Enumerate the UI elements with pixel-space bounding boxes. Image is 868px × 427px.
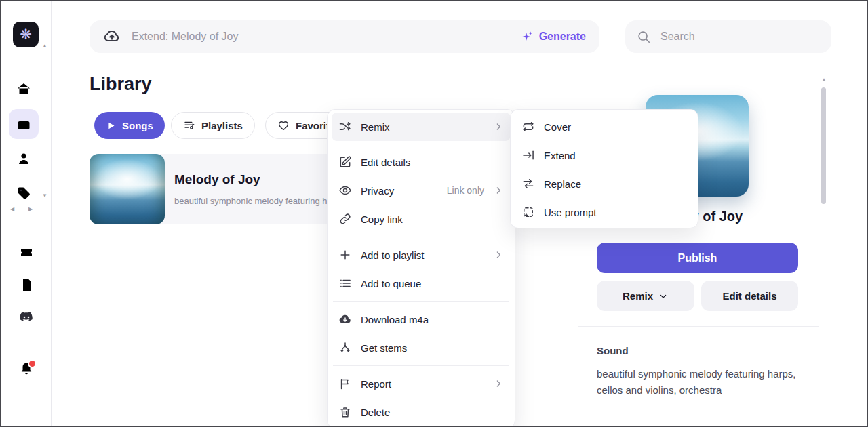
link-icon: [338, 212, 352, 226]
app-window: ❋ ▲ ▼ ◀ ▶: [0, 0, 868, 427]
document-icon[interactable]: [18, 277, 35, 293]
menu-label: Remix: [361, 121, 484, 133]
remix-dropdown-button[interactable]: Remix: [597, 281, 694, 311]
page-title: Library: [90, 74, 152, 95]
song-context-menu: Remix Edit details Privacy Link only: [327, 109, 515, 427]
panel-divider: [578, 326, 819, 327]
heart-icon: [277, 119, 290, 131]
menu-label: Edit details: [361, 157, 504, 168]
edit-details-button[interactable]: Edit details: [701, 281, 798, 311]
panel-scrollbar-thumb[interactable]: [821, 87, 826, 204]
use-prompt-icon: [521, 205, 535, 219]
menu-label: Get stems: [361, 342, 504, 354]
notification-badge: [28, 359, 37, 368]
menu-hamburger-icon[interactable]: [18, 391, 35, 407]
chevron-right-icon: [493, 378, 504, 389]
trash-icon: [338, 405, 352, 419]
menu-label: Add to playlist: [361, 249, 484, 261]
ticket-icon[interactable]: [18, 245, 35, 261]
plus-icon: [338, 248, 352, 262]
menu-item-add-to-playlist[interactable]: Add to playlist: [332, 241, 511, 269]
profile-icon[interactable]: [16, 150, 32, 167]
discord-icon[interactable]: [18, 308, 35, 325]
menu-label: Delete: [361, 407, 504, 418]
submenu-label: Cover: [544, 121, 687, 133]
stems-split-icon: [338, 341, 352, 354]
menu-label: Report: [361, 378, 484, 390]
filter-playlists-label: Playlists: [201, 120, 243, 131]
filter-songs-label: Songs: [122, 120, 153, 131]
library-icon[interactable]: [16, 116, 32, 132]
submenu-item-cover[interactable]: Cover: [515, 113, 694, 141]
edit-details-label: Edit details: [722, 290, 776, 302]
menu-item-get-stems[interactable]: Get stems: [332, 333, 511, 362]
cloud-upload-icon: [103, 28, 121, 45]
menu-item-privacy[interactable]: Privacy Link only: [332, 176, 511, 205]
menu-label: Privacy: [361, 185, 438, 197]
search-input[interactable]: [659, 30, 821, 43]
menu-divider: [333, 237, 509, 237]
menu-label: Copy link: [361, 214, 504, 225]
menu-label: Add to queue: [361, 278, 504, 289]
menu-item-remix[interactable]: Remix: [332, 113, 511, 141]
cover-loop-icon: [521, 120, 535, 134]
submenu-item-use-prompt[interactable]: Use prompt: [515, 198, 694, 226]
remix-shuffle-icon: [338, 120, 352, 134]
submenu-label: Use prompt: [544, 207, 687, 218]
menu-divider: [333, 365, 509, 366]
generate-label: Generate: [539, 30, 586, 43]
menu-item-edit-details[interactable]: Edit details: [332, 148, 511, 176]
app-logo-icon[interactable]: ❋: [13, 22, 39, 47]
sidebar: ❋ ▲ ▼ ◀ ▶: [1, 1, 52, 426]
publish-label: Publish: [678, 252, 717, 264]
menu-item-report[interactable]: Report: [332, 369, 511, 398]
scroll-left-icon[interactable]: ◀: [10, 207, 14, 212]
menu-label: Download m4a: [361, 314, 504, 325]
song-cover-art: [90, 154, 165, 224]
chevron-right-icon: [493, 185, 504, 196]
menu-item-copy-link[interactable]: Copy link: [332, 205, 511, 233]
submenu-item-extend[interactable]: Extend: [515, 141, 694, 169]
play-icon: [106, 121, 116, 131]
extend-input[interactable]: [130, 30, 511, 43]
scroll-right-icon[interactable]: ▶: [28, 207, 33, 212]
submenu-item-replace[interactable]: Replace: [515, 169, 694, 198]
extend-arrow-icon: [521, 148, 535, 162]
search-icon: [636, 29, 651, 44]
tag-icon[interactable]: [16, 185, 32, 201]
queue-list-icon: [338, 277, 352, 290]
remix-submenu: Cover Extend Replace Use prompt: [510, 109, 698, 228]
extend-prompt-bar: Generate: [90, 20, 599, 53]
scroll-up-icon[interactable]: ▲: [42, 43, 47, 49]
edit-pencil-icon: [338, 155, 352, 169]
menu-divider: [333, 301, 509, 302]
submenu-label: Replace: [544, 178, 687, 190]
submenu-label: Extend: [544, 150, 687, 161]
filter-songs[interactable]: Songs: [94, 112, 165, 139]
download-cloud-icon: [338, 312, 352, 326]
chevron-right-icon: [493, 121, 504, 132]
menu-item-download-m4a[interactable]: Download m4a: [332, 305, 511, 333]
generate-button[interactable]: Generate: [520, 30, 586, 43]
menu-item-add-to-queue[interactable]: Add to queue: [332, 269, 511, 298]
song-title: Melody of Joy: [174, 172, 260, 187]
replace-swap-icon: [521, 177, 535, 190]
filter-playlists[interactable]: Playlists: [171, 112, 255, 139]
playlist-icon: [183, 119, 195, 131]
privacy-value: Link only: [447, 185, 484, 196]
menu-item-delete[interactable]: Delete: [332, 398, 511, 426]
flag-icon: [338, 377, 352, 390]
eye-icon: [338, 184, 352, 197]
sparkle-icon: [520, 30, 534, 43]
home-icon[interactable]: [16, 81, 32, 97]
scroll-down-icon[interactable]: ▼: [42, 193, 47, 199]
panel-scroll-up-icon[interactable]: ▲: [821, 77, 827, 83]
publish-button[interactable]: Publish: [597, 243, 798, 273]
remix-button-label: Remix: [623, 290, 653, 302]
sound-heading: Sound: [597, 345, 629, 357]
search-bar: [625, 20, 831, 53]
sound-description: beautiful symphonic melody featuring har…: [597, 366, 800, 399]
chevron-right-icon: [493, 249, 504, 260]
chevron-down-icon: [658, 291, 669, 302]
